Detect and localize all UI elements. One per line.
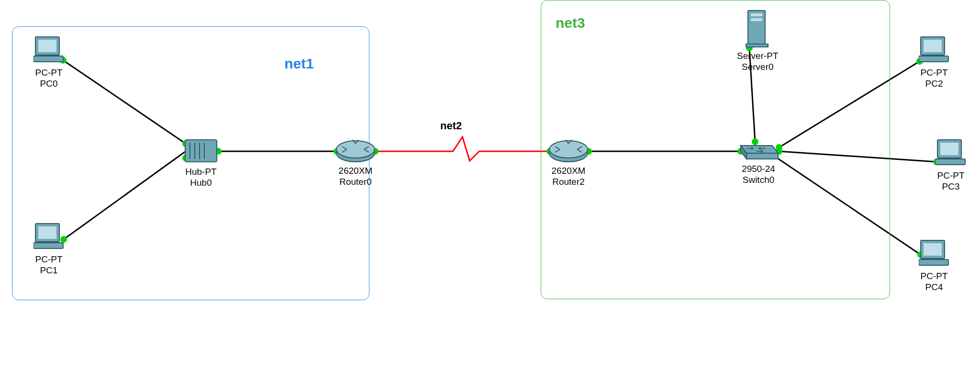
node-router0-type: 2620XM bbox=[335, 166, 376, 177]
node-router2-label: Router2 bbox=[548, 177, 589, 188]
node-server0-label: Server0 bbox=[737, 62, 779, 73]
pc-icon bbox=[33, 223, 64, 251]
svg-rect-53 bbox=[935, 159, 965, 165]
node-router0-label: Router0 bbox=[335, 177, 376, 188]
region-net3-title: net3 bbox=[556, 15, 585, 31]
node-hub0-label: Hub0 bbox=[184, 178, 218, 189]
svg-rect-45 bbox=[751, 13, 762, 16]
node-pc2[interactable]: PC-PT PC2 bbox=[919, 36, 949, 89]
node-pc1-type: PC-PT bbox=[33, 254, 64, 265]
node-switch0-label: Switch0 bbox=[737, 175, 780, 186]
pc-icon bbox=[919, 36, 949, 65]
pc-icon bbox=[919, 239, 949, 268]
node-pc0-type: PC-PT bbox=[33, 68, 64, 79]
node-pc0[interactable]: PC-PT PC0 bbox=[33, 36, 64, 89]
router-icon bbox=[548, 139, 589, 163]
node-pc4-label: PC4 bbox=[919, 282, 949, 293]
svg-rect-47 bbox=[746, 44, 768, 47]
node-hub0[interactable]: Hub-PT Hub0 bbox=[184, 139, 218, 188]
node-router0[interactable]: 2620XM Router0 bbox=[335, 139, 376, 187]
node-hub0-type: Hub-PT bbox=[184, 167, 218, 178]
region-net3: net3 bbox=[541, 0, 890, 299]
node-pc3-type: PC-PT bbox=[935, 170, 966, 181]
node-router2[interactable]: 2620XM Router2 bbox=[548, 139, 589, 187]
svg-rect-30 bbox=[38, 226, 56, 239]
svg-rect-31 bbox=[33, 243, 63, 248]
node-pc1-label: PC1 bbox=[33, 265, 64, 276]
node-server0[interactable]: Server-PT Server0 bbox=[737, 10, 779, 72]
svg-rect-56 bbox=[919, 259, 948, 265]
server-icon bbox=[745, 10, 770, 48]
svg-rect-49 bbox=[924, 40, 942, 52]
svg-rect-55 bbox=[924, 243, 942, 256]
topology-canvas: { "regions": { "net1": { "title": "net1"… bbox=[0, 0, 980, 383]
svg-rect-46 bbox=[751, 18, 762, 21]
node-pc3[interactable]: PC-PT PC3 bbox=[935, 139, 966, 192]
node-pc4-type: PC-PT bbox=[919, 271, 949, 282]
region-net1-title: net1 bbox=[284, 56, 314, 72]
node-server0-type: Server-PT bbox=[737, 51, 779, 62]
router-icon bbox=[335, 139, 376, 163]
node-pc2-type: PC-PT bbox=[919, 68, 949, 79]
node-pc2-label: PC2 bbox=[919, 79, 949, 90]
hub-icon bbox=[184, 139, 218, 164]
svg-rect-50 bbox=[919, 56, 948, 62]
label-net2: net2 bbox=[440, 120, 462, 132]
node-router2-type: 2620XM bbox=[548, 166, 589, 177]
node-switch0-type: 2950-24 bbox=[737, 164, 780, 175]
node-pc4[interactable]: PC-PT PC4 bbox=[919, 239, 949, 293]
svg-marker-43 bbox=[746, 153, 778, 159]
node-switch0[interactable]: 2950-24 Switch0 bbox=[737, 139, 780, 185]
node-pc0-label: PC0 bbox=[33, 79, 64, 90]
svg-rect-52 bbox=[940, 143, 958, 155]
svg-rect-28 bbox=[33, 56, 63, 62]
switch-icon bbox=[737, 139, 780, 161]
node-pc1[interactable]: PC-PT PC1 bbox=[33, 223, 64, 276]
svg-rect-27 bbox=[38, 40, 56, 52]
pc-icon bbox=[935, 139, 966, 168]
pc-icon bbox=[33, 36, 64, 65]
svg-marker-41 bbox=[741, 146, 778, 153]
node-pc3-label: PC3 bbox=[935, 181, 966, 192]
